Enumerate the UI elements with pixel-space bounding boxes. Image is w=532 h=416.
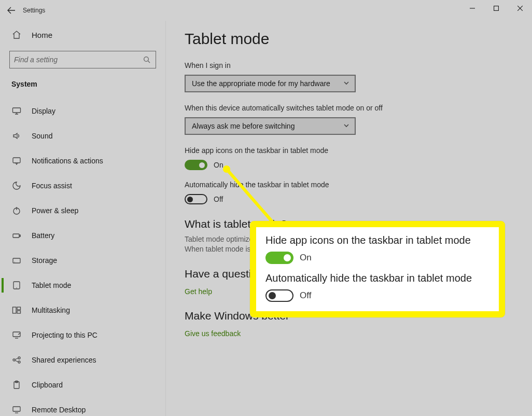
multitasking-icon bbox=[12, 306, 21, 315]
storage-icon bbox=[12, 256, 21, 265]
home-icon bbox=[12, 30, 21, 39]
sidebar-item-notifications[interactable]: Notifications & actions bbox=[0, 148, 165, 173]
sidebar: Home System DisplaySoundNotifications & … bbox=[0, 21, 166, 416]
content: Tablet mode When I sign in Use the appro… bbox=[166, 21, 532, 416]
callout-hide-icons-toggle[interactable] bbox=[265, 252, 293, 264]
settings-window: Settings Home bbox=[0, 0, 532, 416]
svg-point-17 bbox=[18, 361, 20, 363]
sidebar-nav: DisplaySoundNotifications & actionsFocus… bbox=[0, 95, 165, 416]
display-icon bbox=[12, 106, 21, 116]
switch-select-value: Always ask me before switching bbox=[192, 122, 295, 130]
switch-label: When this device automatically switches … bbox=[185, 104, 513, 112]
sidebar-item-label: Remote Desktop bbox=[32, 406, 86, 414]
sidebar-item-sound[interactable]: Sound bbox=[0, 123, 165, 148]
signin-select[interactable]: Use the appropriate mode for my hardware bbox=[185, 75, 356, 92]
sidebar-item-remote-desktop[interactable]: Remote Desktop bbox=[0, 397, 165, 416]
svg-rect-3 bbox=[13, 158, 20, 163]
tablet-mode-icon bbox=[12, 281, 21, 290]
window-controls bbox=[460, 0, 532, 17]
svg-rect-12 bbox=[17, 307, 21, 310]
sidebar-item-label: Focus assist bbox=[32, 182, 72, 190]
sidebar-item-projecting[interactable]: Projecting to this PC bbox=[0, 323, 165, 348]
callout-auto-hide-row: Off bbox=[265, 289, 489, 302]
svg-rect-13 bbox=[17, 311, 21, 313]
hide-icons-toggle-row: On bbox=[185, 160, 513, 170]
svg-rect-5 bbox=[13, 234, 19, 238]
svg-rect-0 bbox=[494, 6, 499, 11]
svg-point-8 bbox=[14, 261, 15, 262]
auto-hide-toggle-row: Off bbox=[185, 194, 513, 204]
auto-hide-toggle[interactable] bbox=[185, 194, 207, 204]
sidebar-item-storage[interactable]: Storage bbox=[0, 248, 165, 273]
svg-rect-14 bbox=[13, 332, 20, 337]
signin-select-value: Use the appropriate mode for my hardware bbox=[192, 79, 330, 88]
search-box[interactable] bbox=[9, 51, 156, 68]
sidebar-item-label: Battery bbox=[32, 231, 54, 240]
window-title: Settings bbox=[23, 7, 45, 14]
svg-rect-20 bbox=[13, 407, 20, 411]
sidebar-item-label: Power & sleep bbox=[32, 206, 78, 215]
power-sleep-icon bbox=[12, 206, 21, 215]
sidebar-item-label: Display bbox=[32, 107, 55, 115]
focus-assist-icon bbox=[12, 181, 21, 190]
svg-rect-6 bbox=[20, 235, 21, 237]
sidebar-item-clipboard[interactable]: Clipboard bbox=[0, 372, 165, 397]
sidebar-item-label: Notifications & actions bbox=[32, 157, 103, 165]
sidebar-item-label: Clipboard bbox=[32, 381, 63, 389]
back-button[interactable] bbox=[0, 6, 23, 15]
shared-experiences-icon bbox=[12, 355, 21, 365]
sidebar-home-label: Home bbox=[32, 31, 52, 39]
page-title: Tablet mode bbox=[185, 30, 513, 48]
svg-point-10 bbox=[16, 287, 17, 288]
callout-hide-icons-row: On bbox=[265, 252, 489, 264]
sidebar-item-label: Shared experiences bbox=[32, 356, 96, 364]
chevron-down-icon bbox=[343, 79, 349, 88]
get-help-link[interactable]: Get help bbox=[185, 287, 212, 296]
search-wrapper bbox=[0, 51, 165, 77]
remote-desktop-icon bbox=[12, 405, 21, 414]
sidebar-item-label: Multitasking bbox=[32, 306, 70, 314]
sidebar-item-shared-experiences[interactable]: Shared experiences bbox=[0, 348, 165, 372]
sidebar-item-label: Tablet mode bbox=[32, 281, 71, 289]
sidebar-section-label: System bbox=[0, 77, 165, 95]
hide-icons-label: Hide app icons on the taskbar in tablet … bbox=[185, 146, 513, 155]
sidebar-item-label: Sound bbox=[32, 132, 52, 140]
sidebar-home[interactable]: Home bbox=[0, 24, 165, 46]
callout-auto-hide-toggle[interactable] bbox=[265, 289, 293, 302]
sound-icon bbox=[12, 131, 21, 141]
callout-auto-hide-label: Automatically hide the taskbar in tablet… bbox=[265, 272, 489, 284]
hide-icons-toggle[interactable] bbox=[185, 160, 207, 170]
signin-label: When I sign in bbox=[185, 61, 513, 70]
sidebar-item-power-sleep[interactable]: Power & sleep bbox=[0, 198, 165, 223]
svg-rect-2 bbox=[13, 108, 21, 113]
auto-hide-state: Off bbox=[214, 195, 223, 203]
notifications-icon bbox=[12, 156, 21, 165]
sidebar-item-label: Storage bbox=[32, 256, 57, 265]
sidebar-item-tablet-mode[interactable]: Tablet mode bbox=[0, 273, 165, 298]
svg-point-16 bbox=[18, 357, 20, 359]
sidebar-item-display[interactable]: Display bbox=[0, 99, 165, 123]
svg-rect-7 bbox=[13, 258, 20, 263]
clipboard-icon bbox=[12, 380, 21, 390]
sidebar-item-focus-assist[interactable]: Focus assist bbox=[0, 173, 165, 198]
auto-hide-label: Automatically hide the taskbar in tablet… bbox=[185, 181, 513, 189]
close-button[interactable] bbox=[508, 0, 532, 17]
svg-point-15 bbox=[13, 359, 15, 361]
switch-select[interactable]: Always ask me before switching bbox=[185, 117, 356, 135]
search-input[interactable] bbox=[14, 56, 142, 64]
minimize-button[interactable] bbox=[460, 0, 484, 17]
callout: Hide app icons on the taskbar in tablet … bbox=[250, 221, 505, 317]
callout-hide-icons-label: Hide app icons on the taskbar in tablet … bbox=[265, 234, 489, 246]
titlebar: Settings bbox=[0, 0, 532, 21]
feedback-link[interactable]: Give us feedback bbox=[185, 329, 241, 338]
projecting-icon bbox=[12, 330, 21, 340]
svg-rect-11 bbox=[13, 307, 17, 313]
sidebar-item-battery[interactable]: Battery bbox=[0, 223, 165, 248]
maximize-button[interactable] bbox=[484, 0, 508, 17]
callout-hide-icons-state: On bbox=[300, 253, 312, 263]
svg-point-1 bbox=[144, 57, 149, 62]
callout-auto-hide-state: Off bbox=[300, 290, 311, 301]
sidebar-item-multitasking[interactable]: Multitasking bbox=[0, 298, 165, 323]
sidebar-item-label: Projecting to this PC bbox=[32, 331, 97, 339]
search-icon bbox=[142, 56, 151, 63]
